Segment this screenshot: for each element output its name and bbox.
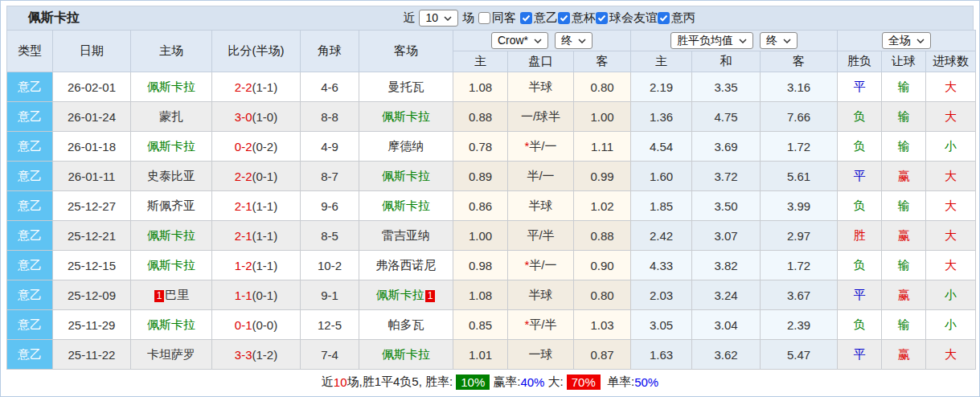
period-select[interactable]: 全场	[882, 32, 931, 49]
match-history-panel: 佩斯卡拉 近 10 场 同客 意乙意杯球会友谊意丙 类型 日期	[0, 0, 980, 397]
same-away-filter[interactable]: 同客	[478, 10, 516, 26]
cell-avg-lose: 5.47	[761, 340, 838, 370]
cell-corners: 9-1	[301, 280, 359, 310]
cell-result-text: 平	[854, 288, 866, 301]
league-filter[interactable]: 意乙	[520, 10, 558, 26]
cell-away-team: 曼托瓦	[359, 72, 453, 102]
cell-handicap-result-text: 输	[898, 317, 910, 331]
league-filter[interactable]: 意丙	[658, 10, 695, 26]
cell-goals-text: 小	[945, 139, 957, 153]
cell-date: 25-11-22	[53, 340, 131, 370]
team-title: 佩斯卡拉	[7, 10, 80, 27]
cell-odds-away: 1.03	[574, 310, 631, 340]
cell-avg-win: 3.05	[631, 310, 692, 340]
cell-corners: 12-5	[301, 310, 359, 340]
cell-result-text: 平	[854, 169, 866, 182]
cell-corners: 8-7	[301, 162, 359, 191]
cell-result-text: 负	[854, 258, 866, 272]
odds-company-value: Crow*	[498, 34, 528, 47]
changed-star-icon: *	[524, 139, 529, 153]
cell-handicap: *平/半	[508, 310, 574, 340]
odds-state-value: 终	[561, 34, 572, 47]
cell-home-team: 史泰比亚	[131, 162, 212, 191]
league-filter[interactable]: 意杯	[558, 10, 596, 26]
cell-result: 负	[838, 251, 882, 280]
cell-avg-win: 4.33	[631, 251, 692, 280]
cell-odds-away: 1.00	[574, 102, 631, 132]
col-header-date: 日期	[53, 31, 131, 72]
avg-type-select[interactable]: 胜平负均值	[670, 32, 753, 49]
team-name: 佩斯卡拉	[382, 198, 430, 212]
league-filter[interactable]: 球会友谊	[596, 10, 658, 26]
checkbox-unchecked-icon[interactable]	[478, 12, 490, 24]
score-fulltime: 2-2	[235, 80, 252, 94]
cell-result: 负	[838, 132, 882, 162]
score-halftime: (1-1)	[252, 199, 278, 213]
cell-odds-home: 1.08	[453, 280, 508, 310]
cell-avg-lose: 2.39	[761, 310, 838, 340]
subcol-avg-win: 主	[631, 51, 692, 72]
score-halftime: (0-0)	[252, 318, 278, 332]
cell-score: 0-1(0-0)	[212, 310, 301, 340]
match-row: 意乙25-12-15佩斯卡拉1-2(1-1)10-2弗洛西诺尼0.98*半/一0…	[7, 251, 976, 280]
score-halftime: (0-1)	[252, 170, 278, 183]
recent-count-select[interactable]: 10	[419, 10, 458, 27]
checkbox-checked-icon[interactable]	[520, 12, 532, 24]
cell-home-team: 佩斯卡拉	[131, 310, 212, 340]
title-bar: 佩斯卡拉 近 10 场 同客 意乙意杯球会友谊意丙	[6, 6, 974, 30]
league-filter-label: 意丙	[671, 10, 695, 26]
cell-league: 意乙	[7, 221, 53, 251]
subcol-odds-away: 客	[574, 51, 631, 72]
table-header: 类型 日期 主场 比分(半场) 角球 客场 Crow* 终	[7, 31, 976, 72]
footer-text: 场,胜1平4负5, 胜率:	[347, 374, 453, 390]
match-row: 意乙26-01-24蒙扎3-0(1-0)8-8佩斯卡拉0.88一/球半1.001…	[7, 102, 976, 132]
cell-goals: 大	[926, 191, 976, 221]
cell-goals: 大	[926, 221, 976, 251]
cell-home-team: 卡坦萨罗	[131, 340, 212, 370]
subcol-result: 胜负	[838, 51, 882, 72]
cell-avg-draw: 3.69	[692, 132, 761, 162]
cell-date: 25-12-27	[53, 191, 131, 221]
cell-league: 意乙	[7, 132, 53, 162]
chevron-down-icon	[534, 39, 542, 43]
cell-date: 26-01-18	[53, 132, 131, 162]
cell-handicap-result: 赢	[882, 340, 926, 370]
cell-odds-home: 1.00	[453, 221, 508, 251]
cell-home-team: 斯佩齐亚	[131, 191, 212, 221]
score-fulltime: 1-1	[235, 289, 252, 302]
cell-avg-win: 1.36	[631, 102, 692, 132]
changed-star-icon: *	[524, 258, 529, 272]
chevron-down-icon	[916, 39, 925, 43]
cell-handicap-result-text: 赢	[898, 347, 910, 361]
cell-odds-away: 1.02	[574, 191, 631, 221]
cell-avg-draw: 3.62	[692, 340, 761, 370]
cell-avg-draw: 3.07	[692, 221, 761, 251]
score-halftime: (1-1)	[252, 229, 278, 243]
checkbox-checked-icon[interactable]	[658, 12, 670, 24]
footer-summary: 近10场,胜1平4负5, 胜率:10%赢率:40% 大:70% 单率:50%	[6, 370, 974, 394]
team-name: 佩斯卡拉	[376, 288, 424, 301]
cell-result-text: 负	[854, 198, 866, 212]
cell-league: 意乙	[7, 310, 53, 340]
cell-goals-text: 小	[945, 288, 957, 301]
match-row: 意乙25-12-27斯佩齐亚2-1(1-1)9-6佩斯卡拉0.86半球1.021…	[7, 191, 976, 221]
avg-state-select[interactable]: 终	[760, 32, 798, 49]
match-row: 意乙26-02-01佩斯卡拉2-2(1-1)4-6曼托瓦1.08半球0.802.…	[7, 72, 976, 102]
match-row: 意乙25-12-091巴里1-1(0-1)9-1佩斯卡拉11.08半球0.802…	[7, 280, 976, 310]
checkbox-checked-icon[interactable]	[558, 12, 570, 24]
score-fulltime: 2-2	[235, 170, 252, 183]
cell-handicap-result-text: 输	[898, 198, 910, 212]
cell-corners: 8-5	[301, 221, 359, 251]
cell-league: 意乙	[7, 191, 53, 221]
odds-company-select[interactable]: Crow*	[491, 32, 548, 49]
cell-odds-home: 1.08	[453, 72, 508, 102]
cell-handicap-result: 输	[882, 251, 926, 280]
cell-goals: 大	[926, 102, 976, 132]
score-fulltime: 0-1	[235, 318, 252, 332]
cell-handicap: 一球	[508, 340, 574, 370]
checkbox-checked-icon[interactable]	[596, 12, 608, 24]
odds-state-select[interactable]: 终	[555, 32, 593, 49]
cell-goals-text: 小	[945, 317, 957, 331]
cell-league: 意乙	[7, 280, 53, 310]
col-header-type: 类型	[7, 31, 53, 72]
